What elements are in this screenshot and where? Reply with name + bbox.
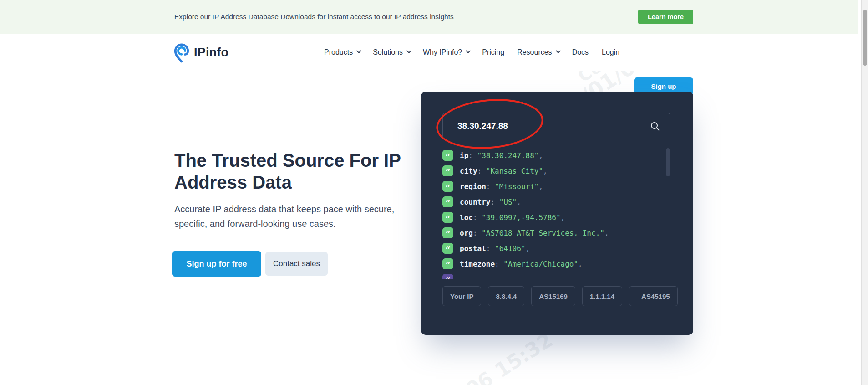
json-row: “ country: "US",	[442, 196, 672, 207]
nav-item[interactable]: Products	[324, 48, 360, 56]
hero-title: The Trusted Source For IP Address Data	[174, 149, 429, 193]
nav-item-label: Solutions	[373, 48, 403, 56]
json-row: “ postal: "64106",	[442, 243, 672, 254]
json-row: “ city: "Kansas City",	[442, 165, 672, 176]
quote-icon: “	[442, 165, 453, 176]
ip-search-box	[442, 113, 670, 139]
ip-search-input[interactable]	[443, 121, 650, 131]
search-button[interactable]	[650, 121, 660, 131]
learn-more-button[interactable]: Learn more	[638, 10, 693, 24]
json-row: “ ip: "38.30.247.88",	[442, 150, 672, 161]
json-line: org: "AS7018 AT&T Services, Inc.",	[460, 229, 609, 237]
quote-icon: “	[442, 196, 453, 207]
nav-item[interactable]: Solutions	[373, 48, 410, 56]
hero-subtitle: Accurate IP address data that keeps pace…	[174, 202, 402, 231]
json-line: loc: "39.0997,-94.5786",	[460, 213, 565, 222]
quote-icon: “	[442, 150, 453, 161]
ip-lookup-card: “ ip: "38.30.247.88", “ city: "Kansas Ci…	[421, 92, 693, 335]
banner-text: Explore our IP Address Database Download…	[174, 13, 454, 21]
quote-icon: “	[442, 274, 453, 279]
nav-item-label: Pricing	[482, 48, 504, 56]
example-chip[interactable]: AS45195	[629, 286, 678, 306]
json-row: “ timezone: "America/Chicago",	[442, 258, 672, 269]
quote-icon: “	[442, 258, 453, 269]
quote-icon: “	[442, 243, 453, 254]
chevron-down-icon	[356, 48, 361, 53]
page-scrollbar-track[interactable]	[861, 0, 868, 385]
json-line: region: "Missouri",	[460, 182, 543, 191]
json-line: ip: "38.30.247.88",	[460, 151, 543, 160]
chevron-down-icon	[466, 48, 471, 53]
chevron-down-icon	[406, 48, 411, 53]
json-line: timezone: "America/Chicago",	[460, 260, 583, 268]
nav-item[interactable]: Resources	[517, 48, 559, 56]
json-row: “	[442, 274, 672, 279]
nav-item-label: Products	[324, 48, 353, 56]
signup-free-button[interactable]: Sign up for free	[172, 251, 261, 277]
login-link[interactable]: Login	[602, 34, 619, 71]
nav-item-label: Docs	[572, 48, 589, 56]
json-line: city: "Kansas City",	[460, 167, 548, 175]
example-chips: Your IP8.8.4.4AS151691.1.1.14AS45195	[442, 286, 688, 306]
navbar: IPinfo Products Solutions Why IPinfo? Pr…	[0, 34, 858, 71]
announcement-banner: Explore our IP Address Database Download…	[0, 0, 858, 34]
brand-name: IPinfo	[194, 46, 228, 60]
quote-icon: “	[442, 212, 453, 223]
json-line: postal: "64106",	[460, 244, 530, 253]
json-row: “ loc: "39.0997,-94.5786",	[442, 212, 672, 223]
ipinfo-pin-icon	[173, 42, 190, 63]
quote-icon: “	[442, 227, 453, 238]
nav-item[interactable]: Why IPinfo?	[423, 48, 469, 56]
logo[interactable]: IPinfo	[173, 34, 228, 71]
quote-icon: “	[442, 181, 453, 192]
json-row: “ org: "AS7018 AT&T Services, Inc.",	[442, 227, 672, 238]
page-scrollbar-thumb[interactable]	[863, 10, 867, 66]
nav-item-label: Why IPinfo?	[423, 48, 462, 56]
nav-item-label: Resources	[517, 48, 552, 56]
search-icon	[650, 121, 660, 131]
watermark: 06 15:32	[462, 328, 557, 385]
example-chip[interactable]: Your IP	[442, 286, 481, 306]
nav-item[interactable]: Pricing	[482, 48, 504, 56]
contact-sales-button[interactable]: Contact sales	[265, 252, 328, 276]
json-line: country: "US",	[460, 198, 521, 206]
code-scrollbar-thumb[interactable]	[666, 148, 670, 176]
page: 2025/C85925/01/062025HD-??? C8592025/01/…	[0, 0, 868, 385]
json-row: “ region: "Missouri",	[442, 181, 672, 192]
nav-menu: Products Solutions Why IPinfo? Pricing R…	[324, 34, 589, 71]
nav-item[interactable]: Docs	[572, 48, 589, 56]
chevron-down-icon	[555, 48, 560, 53]
lookup-result-json: “ ip: "38.30.247.88", “ city: "Kansas Ci…	[442, 150, 672, 279]
example-chip[interactable]: AS15169	[531, 286, 575, 306]
example-chip[interactable]: 8.8.4.4	[488, 286, 524, 306]
example-chip[interactable]: 1.1.1.14	[582, 286, 622, 306]
